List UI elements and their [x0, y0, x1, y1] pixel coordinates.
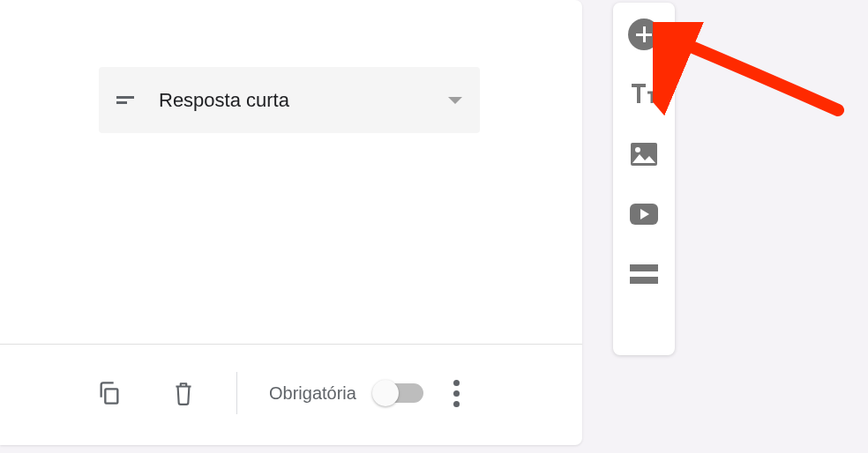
svg-rect-0	[105, 389, 117, 403]
chevron-down-icon	[448, 97, 462, 104]
add-video-button[interactable]	[628, 198, 660, 230]
copy-icon	[97, 381, 122, 405]
svg-point-2	[635, 147, 640, 152]
trash-icon	[172, 380, 195, 406]
add-image-button[interactable]	[628, 138, 660, 170]
floating-toolbar	[613, 3, 675, 355]
duplicate-button[interactable]	[88, 372, 131, 414]
question-footer: Obrigatória	[0, 345, 582, 442]
svg-rect-4	[630, 264, 658, 271]
delete-button[interactable]	[162, 372, 205, 414]
dot-icon	[453, 390, 460, 397]
video-icon	[629, 203, 659, 226]
dot-icon	[453, 380, 460, 386]
plus-circle-icon	[628, 19, 660, 50]
add-section-button[interactable]	[628, 258, 660, 290]
short-answer-icon	[116, 90, 138, 111]
section-icon	[630, 263, 658, 286]
required-toggle[interactable]	[374, 383, 423, 403]
question-type-label: Resposta curta	[159, 89, 448, 112]
text-icon	[630, 82, 658, 107]
svg-rect-5	[630, 277, 658, 284]
divider-vertical	[236, 372, 237, 414]
required-label: Obrigatória	[269, 383, 356, 404]
question-card: Resposta curta Obrigatória	[0, 0, 582, 445]
add-question-button[interactable]	[628, 19, 660, 50]
add-title-button[interactable]	[628, 78, 660, 110]
more-options-button[interactable]	[450, 371, 463, 416]
annotation-arrow	[653, 22, 856, 128]
question-type-dropdown[interactable]: Resposta curta	[99, 67, 480, 133]
dot-icon	[453, 401, 460, 407]
image-icon	[630, 142, 658, 167]
toggle-knob	[372, 380, 399, 406]
